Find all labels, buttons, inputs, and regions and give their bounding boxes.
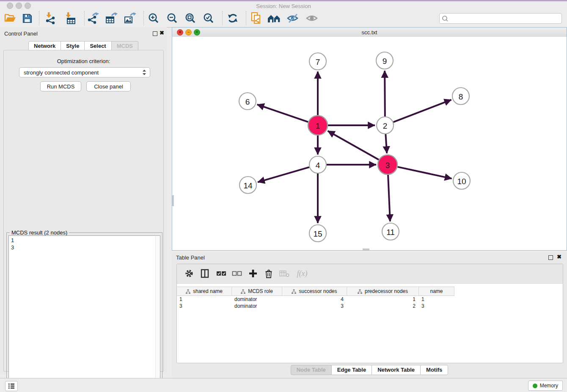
network-canvas[interactable]: 7968124314101511	[172, 37, 567, 250]
column-header-name[interactable]: name	[419, 287, 454, 295]
search-input[interactable]	[450, 15, 561, 22]
graph-node-3[interactable]: 3	[378, 155, 397, 174]
table-cell: 3	[419, 303, 454, 309]
mcds-panel-body: Optimization criterion: strongly connect…	[3, 50, 164, 372]
eye-disabled-button[interactable]	[305, 11, 319, 25]
zoom-out-button[interactable]	[165, 11, 179, 25]
splitter-grip-bottom[interactable]	[363, 248, 369, 250]
column-type-icon	[241, 289, 245, 294]
graph-node-6[interactable]: 6	[239, 93, 256, 110]
graph-node-10[interactable]: 10	[453, 172, 470, 189]
tab-motifs[interactable]: Motifs	[420, 365, 448, 375]
select-all-columns-button[interactable]	[215, 267, 228, 280]
svg-text:10: 10	[457, 177, 466, 186]
graph-node-11[interactable]: 11	[382, 223, 399, 240]
edge-4-14[interactable]	[258, 167, 309, 182]
delete-table-icon	[279, 270, 289, 277]
table-settings-button[interactable]	[183, 267, 195, 280]
table-cell: dominator	[232, 296, 282, 303]
show-column-button[interactable]	[198, 267, 211, 280]
svg-text:14: 14	[243, 181, 253, 190]
graph-node-2[interactable]: 2	[377, 117, 394, 134]
svg-text:11: 11	[386, 228, 395, 237]
close-panel-icon[interactable]: ✖	[160, 30, 164, 36]
graph-node-8[interactable]: 8	[452, 88, 469, 105]
task-history-button[interactable]	[5, 381, 18, 391]
edge-2-3[interactable]	[385, 134, 387, 153]
table-panel-title: Table Panel	[176, 254, 205, 261]
graph-node-4[interactable]: 4	[309, 156, 326, 173]
criterion-select[interactable]: strongly connected component	[19, 67, 150, 77]
tab-network-table[interactable]: Network Table	[372, 365, 421, 375]
search-field[interactable]	[439, 13, 562, 24]
graph-node-9[interactable]: 9	[376, 52, 393, 69]
column-header-label: name	[430, 288, 443, 294]
close-panel-button[interactable]: Close panel	[86, 81, 131, 91]
tab-edge-table[interactable]: Edge Table	[331, 365, 372, 375]
splitter-grip-left[interactable]	[172, 195, 174, 206]
edge-2-8[interactable]	[394, 100, 451, 122]
export-network-button[interactable]	[86, 11, 100, 25]
show-graphics-details-button[interactable]	[286, 11, 300, 25]
control-panel-title: Control Panel	[4, 30, 38, 37]
create-column-button[interactable]	[247, 267, 259, 280]
edge-3-10[interactable]	[397, 167, 451, 179]
delete-column-button[interactable]	[262, 267, 275, 280]
memory-button[interactable]: Memory	[528, 381, 563, 391]
result-scrollbar[interactable]	[155, 236, 160, 390]
delete-table-button[interactable]	[278, 267, 291, 280]
refresh-layout-button[interactable]	[226, 11, 239, 25]
table-row[interactable]: 3dominator323	[177, 303, 454, 309]
edge-1-6[interactable]	[257, 105, 308, 122]
deselect-all-columns-button[interactable]	[231, 267, 243, 280]
svg-text:7: 7	[316, 58, 320, 66]
network-frame-titlebar[interactable]: ✕ − + scc.txt	[172, 28, 567, 37]
column-header-label: predecessor nodes	[365, 288, 408, 294]
zoom-fit-button[interactable]	[184, 11, 197, 25]
function-builder-label: f(x)	[297, 269, 308, 278]
float-panel-icon[interactable]	[153, 31, 157, 36]
titlebar: Session: New Session	[0, 1, 567, 9]
table-cell: 3	[282, 303, 347, 309]
column-header-successor-nodes[interactable]: successor nodes	[282, 287, 347, 295]
clone-network-button[interactable]	[249, 11, 263, 25]
edge-2-9[interactable]	[385, 71, 385, 116]
import-network-button[interactable]	[44, 11, 57, 25]
mcds-result-group: MCDS result (2 nodes) 1 3	[6, 232, 162, 392]
edge-3-11[interactable]	[388, 175, 390, 221]
edge-3-1[interactable]	[328, 131, 379, 160]
column-type-icon	[292, 289, 296, 294]
graph-node-1[interactable]: 1	[308, 116, 328, 135]
column-header-MCDS-role[interactable]: MCDS role	[232, 287, 282, 295]
column-header-shared-name[interactable]: shared name	[177, 287, 232, 295]
run-mcds-button[interactable]: Run MCDS	[40, 81, 81, 91]
network-frame: ✕ − + scc.txt 7968124314101511	[172, 27, 567, 251]
column-header-predecessor-nodes[interactable]: predecessor nodes	[347, 287, 419, 295]
first-neighbors-button[interactable]	[267, 11, 281, 25]
close-table-panel-icon[interactable]: ✖	[557, 254, 561, 260]
toolbar-separator	[39, 11, 39, 25]
graph-node-15[interactable]: 15	[309, 225, 326, 242]
import-table-button[interactable]	[63, 11, 77, 25]
zoom-selected-button[interactable]	[202, 11, 215, 25]
zoom-fit-icon	[185, 13, 196, 24]
mcds-result-area[interactable]: 1 3	[8, 235, 160, 391]
export-table-button[interactable]	[105, 11, 118, 25]
open-file-button[interactable]	[3, 11, 17, 25]
graph-node-14[interactable]: 14	[239, 177, 256, 193]
float-table-panel-icon[interactable]	[548, 255, 553, 260]
export-network-icon	[87, 12, 99, 25]
graph-node-7[interactable]: 7	[309, 53, 326, 70]
save-session-button[interactable]	[20, 11, 34, 25]
zoom-in-button[interactable]	[147, 11, 160, 25]
search-icon	[440, 15, 450, 22]
column-header-label: MCDS role	[248, 288, 273, 294]
export-image-button[interactable]	[123, 11, 137, 25]
network-graph[interactable]: 7968124314101511	[172, 37, 567, 250]
svg-text:2: 2	[383, 121, 388, 130]
tab-node-table[interactable]: Node Table	[291, 365, 332, 375]
table-row[interactable]: 1dominator411	[177, 296, 454, 303]
svg-text:8: 8	[459, 92, 463, 101]
function-builder-button[interactable]: f(x)	[294, 267, 311, 280]
svg-text:4: 4	[316, 161, 320, 170]
